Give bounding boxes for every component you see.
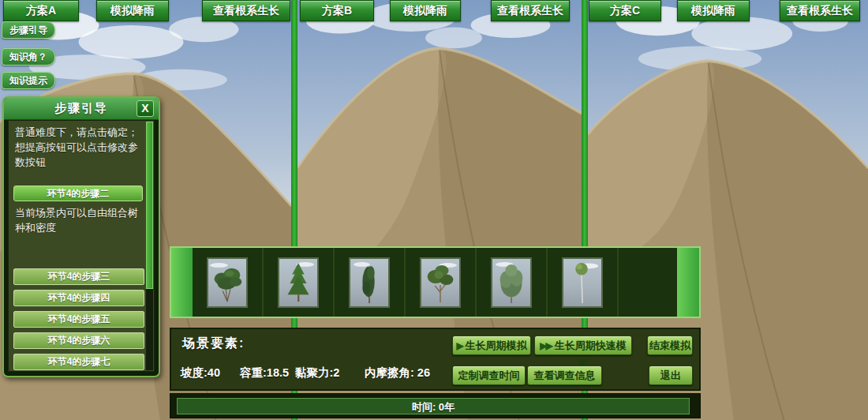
- friction-angle-value: 内摩擦角: 26: [365, 366, 430, 381]
- view-root-growth-button-b[interactable]: 查看根系生长: [491, 0, 570, 21]
- tree-slot[interactable]: [477, 248, 548, 317]
- step-guide-title: 步骤引导: [4, 101, 159, 116]
- customize-survey-time-button[interactable]: 定制调查时间: [452, 366, 526, 385]
- simulate-rain-button-b[interactable]: 模拟降雨: [390, 0, 461, 21]
- growth-cycle-sim-label: 生长周期模拟: [466, 339, 527, 351]
- tree-bar-right-edge: [677, 248, 699, 317]
- bulk-density-value: 容重:18.5: [240, 366, 289, 381]
- step-button-5[interactable]: 环节4的步骤五: [13, 311, 144, 328]
- step-button-6[interactable]: 环节4的步骤六: [13, 332, 144, 349]
- oak-tree-thumbnail[interactable]: [420, 257, 461, 308]
- time-value: 时间: 0年: [178, 400, 689, 414]
- step-guide-header: 步骤引导 X: [4, 98, 159, 120]
- step-button-3[interactable]: 环节4的步骤三: [13, 268, 144, 285]
- cohesion-value: 黏聚力:2: [295, 366, 339, 381]
- tree-slot[interactable]: [335, 248, 406, 317]
- exit-button[interactable]: 退出: [649, 366, 693, 385]
- tree-slot[interactable]: [264, 248, 335, 317]
- spruce-tree-icon: [279, 259, 317, 306]
- time-bar: 时间: 0年: [170, 393, 701, 418]
- sidebar-tab-knowledge-tips[interactable]: 知识提示: [2, 72, 55, 89]
- sidebar-tab-step-guide[interactable]: 步骤引导: [2, 21, 55, 39]
- sidebar-tab-knowledge-corner[interactable]: 知识角？: [2, 48, 55, 66]
- fast-forward-icon: ▶▶: [540, 340, 551, 351]
- oak-tree-icon: [421, 259, 459, 306]
- tree-selection-bar: [170, 246, 701, 318]
- tree-slot[interactable]: [406, 248, 477, 317]
- app-window: 方案A 模拟降雨 查看根系生长 方案B 模拟降雨 查看根系生长 方案C 模拟降雨…: [0, 0, 868, 420]
- scrollbar-track[interactable]: [146, 122, 153, 370]
- scrollbar-thumb[interactable]: [146, 122, 153, 289]
- current-step-description: 当前场景内可以自由组合树种和密度: [15, 206, 138, 236]
- view-root-growth-button-c[interactable]: 查看根系生长: [780, 0, 860, 21]
- columnar-tree-icon: [350, 259, 388, 306]
- growth-cycle-fast-sim-button[interactable]: ▶▶生长周期快速模拟: [534, 336, 632, 355]
- close-icon[interactable]: X: [137, 100, 154, 117]
- birch-tree-thumbnail[interactable]: [562, 257, 603, 308]
- scene-elements-title: 场景要素:: [182, 336, 245, 352]
- play-icon: ▶: [456, 340, 462, 351]
- plan-a-button[interactable]: 方案A: [3, 0, 79, 21]
- simulate-rain-button-c[interactable]: 模拟降雨: [677, 0, 750, 21]
- tree-slot[interactable]: [193, 248, 264, 317]
- step-button-7[interactable]: 环节4的步骤七: [13, 354, 144, 370]
- growth-cycle-sim-button[interactable]: ▶生长周期模拟: [452, 336, 531, 355]
- current-step-button[interactable]: 环节4的步骤二: [13, 186, 143, 201]
- columnar-tree-thumbnail[interactable]: [349, 257, 390, 308]
- slope-value: 坡度:40: [181, 366, 220, 381]
- time-progress-bar: 时间: 0年: [177, 398, 690, 414]
- broadleaf-tree-icon: [208, 259, 246, 306]
- birch-tree-icon: [563, 259, 601, 306]
- view-root-growth-button-a[interactable]: 查看根系生长: [202, 0, 290, 21]
- plan-b-button[interactable]: 方案B: [300, 0, 374, 21]
- plan-c-button[interactable]: 方案C: [589, 0, 661, 21]
- step-button-4[interactable]: 环节4的步骤四: [13, 290, 144, 306]
- tree-slot-empty: [619, 248, 677, 317]
- bushy-tree-icon: [492, 259, 530, 306]
- simulate-rain-button-a[interactable]: 模拟降雨: [96, 0, 169, 21]
- view-survey-info-button[interactable]: 查看调查信息: [527, 366, 602, 385]
- bushy-tree-thumbnail[interactable]: [491, 257, 532, 308]
- step-guide-panel: 步骤引导 X 普通难度下，请点击确定；想提高按钮可以点击修改参数按钮 环节4的步…: [2, 96, 160, 377]
- step-guide-intro-text: 普通难度下，请点击确定；想提高按钮可以点击修改参数按钮: [15, 126, 138, 171]
- spruce-tree-thumbnail[interactable]: [278, 257, 319, 308]
- tree-slot[interactable]: [548, 248, 619, 317]
- tree-bar-left-edge: [171, 248, 193, 317]
- step-guide-body: 普通难度下，请点击确定；想提高按钮可以点击修改参数按钮 环节4的步骤二 当前场景…: [8, 120, 155, 372]
- broadleaf-tree-thumbnail[interactable]: [207, 257, 248, 308]
- end-simulation-button[interactable]: 结束模拟: [647, 336, 693, 355]
- scene-elements-panel: 场景要素: 坡度:40 容重:18.5 黏聚力:2 内摩擦角: 26 ▶生长周期…: [170, 328, 701, 391]
